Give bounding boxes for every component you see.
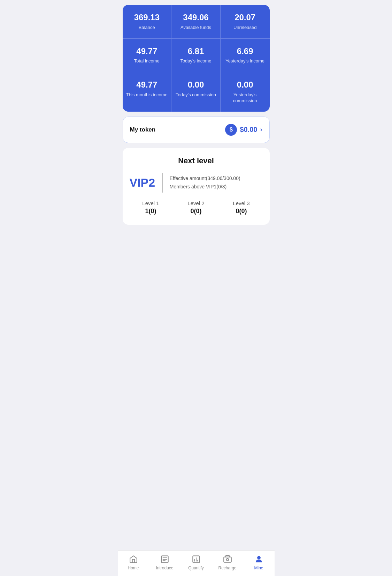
vip-badge: VIP2 (130, 176, 162, 189)
members-above-text: Members above VIP1(0/3) (170, 184, 240, 190)
nav-item-mine[interactable]: Mine (243, 554, 275, 570)
nav-label-mine: Mine (254, 566, 263, 570)
stat-label: Total income (126, 58, 168, 64)
level-name: Level 3 (220, 200, 263, 206)
stat-cell: 6.69 Yesterday's income (221, 39, 270, 72)
token-label: My token (130, 126, 156, 133)
level-name: Level 2 (175, 200, 217, 206)
bottom-nav: Home Introduce Quantify Recharge Mine (118, 551, 275, 576)
recharge-icon (223, 554, 232, 564)
stat-label: Yesterday's income (224, 58, 266, 64)
stat-label: Yesterday's commission (224, 92, 266, 104)
stat-label: Unreleased (224, 25, 266, 31)
home-icon (129, 554, 138, 564)
stat-value: 0.00 (175, 80, 217, 90)
introduce-icon (160, 554, 170, 564)
stat-label: Today's income (175, 58, 217, 64)
effective-amount-text: Effective amount(349.06/300.00) (170, 175, 240, 182)
levels-row: Level 1 1(0) Level 2 0(0) Level 3 0(0) (130, 200, 263, 215)
nav-item-recharge[interactable]: Recharge (212, 554, 243, 570)
svg-rect-8 (224, 557, 231, 562)
nav-item-quantify[interactable]: Quantify (180, 554, 212, 570)
stat-value: 0.00 (224, 80, 266, 90)
svg-point-10 (257, 556, 260, 559)
nav-label-quantify: Quantify (188, 566, 204, 570)
quantify-icon (191, 554, 201, 564)
token-arrow-icon: › (260, 126, 262, 133)
svg-point-9 (226, 559, 229, 561)
level-item: Level 1 1(0) (130, 200, 172, 215)
stat-value: 49.77 (126, 46, 168, 57)
stat-label: Balance (126, 25, 168, 31)
nav-item-home[interactable]: Home (118, 554, 149, 570)
level-item: Level 3 0(0) (220, 200, 263, 215)
vip-info: Effective amount(349.06/300.00) Members … (170, 175, 240, 190)
level-name: Level 1 (130, 200, 172, 206)
next-level-title: Next level (130, 156, 263, 165)
level-count: 0(0) (175, 208, 217, 215)
token-right: $ $0.00 › (225, 124, 262, 136)
nav-item-introduce[interactable]: Introduce (149, 554, 180, 570)
level-item: Level 2 0(0) (175, 200, 217, 215)
vip-row: VIP2 Effective amount(349.06/300.00) Mem… (130, 173, 263, 193)
stat-value: 369.13 (126, 13, 168, 23)
stat-cell: 49.77 This month's income (123, 72, 172, 112)
stat-cell: 0.00 Yesterday's commission (221, 72, 270, 112)
mine-icon (254, 554, 264, 564)
stat-value: 6.69 (224, 46, 266, 57)
token-card[interactable]: My token $ $0.00 › (123, 117, 270, 143)
next-level-card: Next level VIP2 Effective amount(349.06/… (123, 148, 270, 225)
stat-cell: 49.77 Total income (123, 39, 172, 72)
stat-cell: 0.00 Today's commission (171, 72, 221, 112)
nav-label-home: Home (128, 566, 139, 570)
stats-grid: 369.13 Balance 349.06 Available funds 20… (123, 5, 270, 112)
level-count: 0(0) (220, 208, 263, 215)
stat-value: 49.77 (126, 80, 168, 90)
stat-label: Today's commission (175, 92, 217, 98)
stat-value: 349.06 (175, 13, 217, 23)
token-amount: $0.00 (240, 126, 257, 134)
level-count: 1(0) (130, 208, 172, 215)
nav-label-recharge: Recharge (218, 566, 236, 570)
nav-label-introduce: Introduce (156, 566, 173, 570)
stat-label: Available funds (175, 25, 217, 31)
stat-cell: 349.06 Available funds (171, 5, 221, 38)
stat-label: This month's income (126, 92, 168, 98)
stat-value: 6.81 (175, 46, 217, 57)
stat-cell: 6.81 Today's income (171, 39, 221, 72)
dollar-icon: $ (225, 124, 237, 136)
stat-cell: 20.07 Unreleased (221, 5, 270, 38)
stat-value: 20.07 (224, 13, 266, 23)
vip-divider (162, 173, 163, 193)
stat-cell: 369.13 Balance (123, 5, 172, 38)
